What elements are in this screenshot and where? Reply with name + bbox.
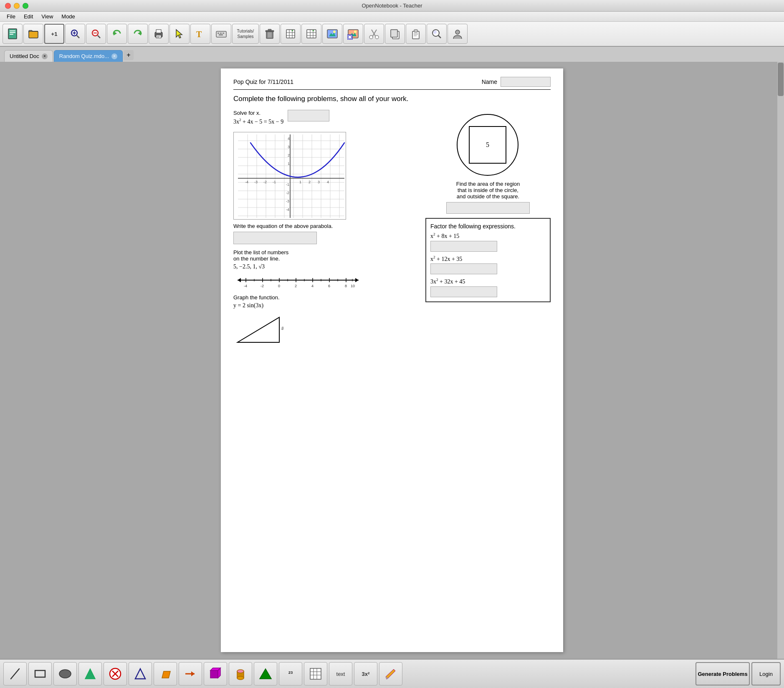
new-doc-button[interactable]	[3, 24, 23, 44]
svg-line-11	[98, 35, 100, 38]
add-grid-button[interactable]: +	[281, 24, 301, 44]
svg-rect-144	[210, 670, 218, 678]
tab-add-button[interactable]: +	[124, 50, 134, 60]
name-input-box[interactable]	[501, 77, 551, 87]
factor-expr-1: x2 + 8x + 15	[430, 232, 546, 240]
svg-rect-17	[157, 36, 160, 37]
menu-view[interactable]: View	[38, 13, 56, 20]
menu-mode[interactable]: Mode	[58, 13, 78, 20]
open-button[interactable]	[23, 24, 43, 44]
scrollbar[interactable]	[777, 62, 784, 659]
area-answer-box[interactable]	[446, 202, 530, 214]
triangle-outline-button[interactable]	[129, 662, 152, 685]
svg-text:3: 3	[318, 180, 320, 184]
main-area: Pop Quiz for 7/11/2011 Name Complete the…	[0, 62, 784, 659]
svg-rect-2	[10, 32, 15, 33]
svg-point-65	[433, 30, 437, 34]
svg-text:4: 4	[288, 137, 290, 141]
login-button[interactable]: Login	[751, 662, 781, 685]
solve-x-equation: 3x2 + 4x − 5 = 5x − 9	[233, 118, 283, 125]
svg-point-51	[348, 35, 352, 39]
draw-pencil-button[interactable]	[379, 662, 402, 685]
factor-answer-1[interactable]	[430, 241, 497, 252]
arrow-button[interactable]	[179, 662, 202, 685]
line-tool-button[interactable]	[3, 662, 27, 685]
svg-text:-3: -3	[254, 180, 258, 184]
number-pair-button[interactable]: ²³	[279, 662, 302, 685]
solve-x-label: Solve for x. 3x2 + 4x − 5 = 5x − 9	[233, 110, 283, 129]
window-title: OpenNotebook - Teacher	[362, 3, 422, 9]
page-number-button[interactable]: +1	[44, 24, 64, 44]
close-button[interactable]	[5, 3, 11, 9]
svg-text:2: 2	[309, 180, 311, 184]
ellipse-tool-button[interactable]	[53, 662, 77, 685]
area-question: Find the area of the region that is insi…	[425, 181, 551, 200]
keyboard-button[interactable]	[211, 24, 231, 44]
svg-rect-3	[10, 34, 13, 35]
print-button[interactable]	[149, 24, 169, 44]
undo-button[interactable]	[107, 24, 127, 44]
minimize-button[interactable]	[14, 3, 20, 9]
svg-text:3: 3	[288, 145, 290, 149]
square-shape: 5	[469, 126, 506, 164]
cylinder-button[interactable]	[229, 662, 252, 685]
zoom-out-button[interactable]	[86, 24, 106, 44]
svg-marker-143	[191, 671, 195, 676]
factor-answer-3[interactable]	[430, 286, 497, 297]
cube-button[interactable]	[204, 662, 227, 685]
svg-marker-136	[85, 669, 95, 679]
parabola-answer-box[interactable]	[233, 232, 317, 244]
triangle-green-button[interactable]	[254, 662, 277, 685]
triangle-section: a	[233, 313, 413, 348]
svg-marker-12	[114, 31, 117, 35]
svg-rect-62	[414, 35, 417, 36]
svg-point-66	[455, 30, 460, 34]
window-controls[interactable]	[5, 3, 28, 9]
magnify-button[interactable]	[427, 24, 447, 44]
svg-rect-134	[35, 670, 45, 677]
rectangle-tool-button[interactable]	[28, 662, 52, 685]
cut-button[interactable]	[364, 24, 384, 44]
tab-random-quiz-close[interactable]: ×	[111, 53, 117, 59]
text-tool-button[interactable]: T	[190, 24, 210, 44]
svg-point-55	[375, 35, 379, 39]
tab-untitled-doc[interactable]: Untitled Doc ×	[4, 50, 53, 62]
circle-square-container: 5	[457, 114, 519, 177]
grid-tool-button[interactable]	[304, 662, 327, 685]
tutorials-button[interactable]: Tutorials/Samples	[232, 24, 259, 44]
insert1-button[interactable]	[322, 24, 342, 44]
generate-problems-button[interactable]: Generate Problems	[695, 662, 750, 685]
svg-text:+: +	[312, 29, 314, 33]
tab-random-quiz[interactable]: Random Quiz.mdo... ×	[54, 50, 123, 62]
tab-untitled-doc-close[interactable]: ×	[42, 53, 48, 59]
expression-tool-button[interactable]: 3x²	[354, 662, 377, 685]
parallelogram-button[interactable]	[154, 662, 177, 685]
tab-random-quiz-label: Random Quiz.mdo...	[59, 53, 109, 59]
svg-text:2: 2	[295, 284, 297, 288]
quiz-instruction: Complete the following problems, show al…	[233, 95, 551, 103]
insert2-button[interactable]	[343, 24, 363, 44]
svg-point-49	[354, 30, 357, 33]
copy-button[interactable]	[385, 24, 405, 44]
add-table-button[interactable]: +	[301, 24, 321, 44]
trash-button[interactable]	[260, 24, 280, 44]
factor-answer-2[interactable]	[430, 263, 497, 274]
maximize-button[interactable]	[23, 3, 28, 9]
paste-button[interactable]	[406, 24, 426, 44]
scrollbar-thumb[interactable]	[778, 63, 784, 96]
triangle-up-button[interactable]	[78, 662, 102, 685]
menu-file[interactable]: File	[3, 13, 19, 20]
zoom-in-button[interactable]	[65, 24, 85, 44]
circle-x-button[interactable]	[104, 662, 127, 685]
select-tool-button[interactable]	[169, 24, 190, 44]
svg-text:-2: -2	[263, 180, 267, 184]
svg-rect-28	[268, 29, 271, 30]
svg-rect-23	[220, 33, 222, 34]
menu-edit[interactable]: Edit	[20, 13, 36, 20]
solve-x-answer-box[interactable]	[288, 110, 329, 121]
triangle-svg: a	[233, 313, 283, 347]
text-tool-bottom-button[interactable]: text	[329, 662, 352, 685]
user-button[interactable]	[448, 24, 468, 44]
svg-text:2: 2	[288, 153, 290, 157]
redo-button[interactable]	[128, 24, 148, 44]
